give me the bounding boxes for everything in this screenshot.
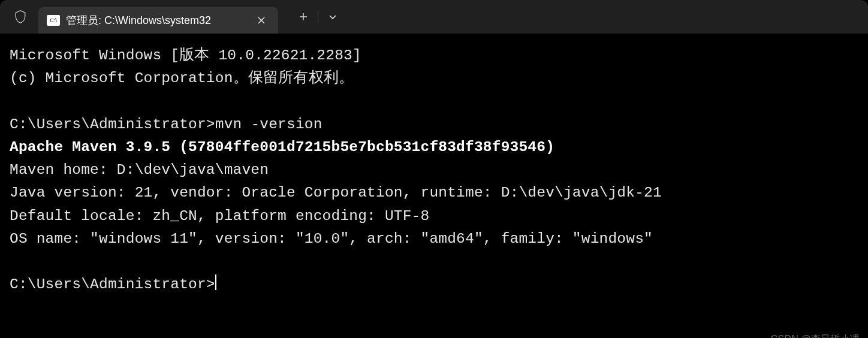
cursor bbox=[215, 274, 216, 290]
active-tab[interactable]: C:\ 管理员: C:\Windows\system32 bbox=[38, 7, 278, 34]
output-line: (c) Microsoft Corporation。保留所有权利。 bbox=[10, 70, 354, 86]
terminal-body[interactable]: Microsoft Windows [版本 10.0.22621.2283] (… bbox=[0, 34, 868, 338]
watermark: CSDN @李昊哲小课 bbox=[771, 332, 860, 338]
prompt-path: C:\Users\Administrator> bbox=[10, 276, 215, 292]
tab-title: 管理员: C:\Windows\system32 bbox=[66, 13, 248, 28]
terminal-window: C:\ 管理员: C:\Windows\system32 Microsoft W… bbox=[0, 0, 868, 338]
shield-icon bbox=[6, 10, 35, 24]
titlebar: C:\ 管理员: C:\Windows\system32 bbox=[0, 0, 868, 34]
tab-dropdown-button[interactable] bbox=[318, 4, 347, 30]
entered-command: mvn -version bbox=[215, 116, 323, 132]
output-line: Microsoft Windows [版本 10.0.22621.2283] bbox=[10, 47, 361, 64]
os-line: OS name: "windows 11", version: "10.0", … bbox=[10, 231, 653, 247]
prompt-path: C:\Users\Administrator> bbox=[10, 116, 215, 132]
maven-home-line: Maven home: D:\dev\java\maven bbox=[10, 162, 269, 178]
java-version-line: Java version: 21, vendor: Oracle Corpora… bbox=[10, 185, 662, 201]
new-tab-button[interactable] bbox=[289, 4, 318, 30]
maven-version-line: Apache Maven 3.9.5 (57804ffe001d7215b5e7… bbox=[10, 139, 554, 155]
locale-line: Default locale: zh_CN, platform encoding… bbox=[10, 208, 429, 224]
tab-actions bbox=[289, 4, 347, 30]
close-tab-button[interactable] bbox=[253, 12, 270, 29]
cmd-icon: C:\ bbox=[47, 15, 60, 26]
